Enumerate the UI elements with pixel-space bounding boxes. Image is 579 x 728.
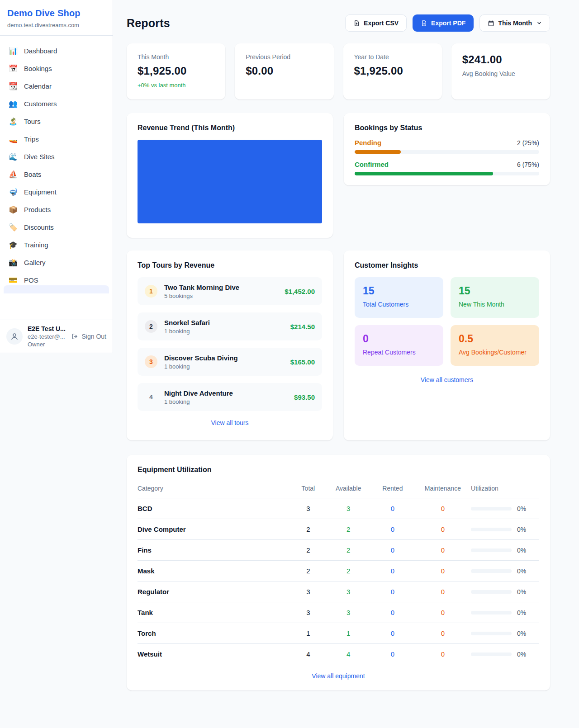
column-header-utilization: Utilization: [471, 482, 539, 498]
sailboat-icon: ⛵: [8, 170, 18, 179]
sidebar-item-training[interactable]: 🎓 Training: [4, 236, 109, 254]
sidebar: Demo Dive Shop demo.test.divestreams.com…: [0, 0, 113, 353]
calendar-icon: [488, 20, 494, 27]
stat-label: Previous Period: [246, 53, 323, 61]
cell-category: Mask: [138, 561, 290, 581]
tours-island-icon: 🏝️: [8, 117, 18, 126]
period-dropdown[interactable]: This Month: [479, 14, 550, 32]
sidebar-item-label: Bookings: [24, 65, 52, 72]
cell-utilization: 0%: [471, 581, 539, 602]
utilization-percent: 0%: [517, 547, 526, 554]
stats-row: This Month $1,925.00 +0% vs last month P…: [127, 43, 550, 99]
tile-avg-bookings-customer: 0.5 Avg Bookings/Customer: [451, 325, 539, 366]
insight-tiles: 15 Total Customers 15 New This Month 0 R…: [355, 277, 539, 366]
tour-row[interactable]: 3 Discover Scuba Diving 1 booking $165.0…: [138, 348, 322, 376]
status-row-pending: Pending 2 (25%): [355, 139, 539, 154]
sidebar-item-trips[interactable]: 🚤 Trips: [4, 130, 109, 148]
tour-bookings: 1 booking: [164, 328, 284, 335]
status-count: 6 (75%): [517, 161, 539, 168]
tour-list: 1 Two Tank Morning Dive 5 bookings $1,45…: [138, 277, 322, 411]
sidebar-item-products[interactable]: 📦 Products: [4, 201, 109, 218]
diving-mask-icon: 🤿: [8, 188, 18, 196]
utilization-bar-track: [471, 632, 512, 635]
cell-available: 2: [326, 540, 370, 561]
cell-maintenance: 0: [415, 623, 471, 644]
sidebar-item-label: Dive Sites: [24, 153, 55, 161]
table-header-row: Category Total Available Rented Maintena…: [138, 482, 539, 498]
cell-available: 2: [326, 519, 370, 540]
customer-insights-title: Customer Insights: [355, 261, 539, 269]
sidebar-item-customers[interactable]: 👥 Customers: [4, 95, 109, 113]
stat-value: $1,925.00: [138, 65, 214, 77]
sidebar-item-label: Trips: [24, 135, 39, 143]
sidebar-item-calendar[interactable]: 📆 Calendar: [4, 77, 109, 95]
cell-maintenance: 0: [415, 519, 471, 540]
cell-maintenance: 0: [415, 602, 471, 623]
tour-bookings: 5 bookings: [164, 293, 278, 299]
sidebar-item-equipment[interactable]: 🤿 Equipment: [4, 183, 109, 201]
rank-badge: 2: [145, 320, 157, 333]
revenue-trend-card: Revenue Trend (This Month): [127, 113, 333, 238]
tile-total-customers: 15 Total Customers: [355, 277, 443, 318]
user-name: E2E Test U...: [28, 325, 66, 332]
sidebar-item-label: Discounts: [24, 223, 54, 231]
tile-label: Repeat Customers: [363, 349, 435, 356]
progress-track: [355, 172, 539, 175]
cell-rented: 0: [370, 540, 415, 561]
view-all-tours-link[interactable]: View all tours: [138, 419, 322, 426]
rank-badge: 4: [145, 391, 157, 403]
sidebar-item-boats[interactable]: ⛵ Boats: [4, 165, 109, 183]
cell-available: 2: [326, 561, 370, 581]
sidebar-item-label: Tours: [24, 118, 41, 125]
utilization-percent: 0%: [517, 567, 526, 575]
sidebar-item-bookings[interactable]: 📅 Bookings: [4, 60, 109, 77]
tile-label: Total Customers: [363, 301, 435, 308]
bookings-calendar-icon: 📅: [8, 64, 18, 73]
tour-row[interactable]: 4 Night Dive Adventure 1 booking $93.50: [138, 383, 322, 411]
sidebar-item-dashboard[interactable]: 📊 Dashboard: [4, 42, 109, 60]
view-all-equipment-link[interactable]: View all equipment: [138, 672, 539, 680]
header-actions: Export CSV Export PDF This Month: [345, 14, 550, 32]
table-row: Wetsuit 4 4 0 0 0%: [138, 644, 539, 665]
cell-rented: 0: [370, 561, 415, 581]
tour-row[interactable]: 2 Snorkel Safari 1 booking $214.50: [138, 312, 322, 340]
sign-out-label: Sign Out: [82, 333, 106, 340]
cell-available: 3: [326, 581, 370, 602]
tag-icon: 🏷️: [8, 223, 18, 232]
status-count: 2 (25%): [517, 139, 539, 147]
revenue-trend-bar: [138, 140, 322, 223]
cell-maintenance: 0: [415, 561, 471, 581]
active-nav-pill-partial[interactable]: [4, 285, 109, 293]
sidebar-item-discounts[interactable]: 🏷️ Discounts: [4, 218, 109, 236]
file-download-icon: [421, 20, 427, 27]
export-csv-button[interactable]: Export CSV: [345, 14, 407, 32]
utilization-bar-track: [471, 548, 512, 552]
column-header-total: Total: [290, 482, 326, 498]
cell-maintenance: 0: [415, 644, 471, 665]
utilization-percent: 0%: [517, 609, 526, 616]
cell-available: 4: [326, 644, 370, 665]
sidebar-item-gallery[interactable]: 📸 Gallery: [4, 254, 109, 271]
sign-out-button[interactable]: Sign Out: [71, 333, 106, 340]
tour-name: Night Dive Adventure: [164, 389, 287, 397]
equipment-table: Category Total Available Rented Maintena…: [138, 482, 539, 664]
export-csv-label: Export CSV: [364, 19, 399, 27]
cell-utilization: 0%: [471, 644, 539, 665]
cell-available: 3: [326, 498, 370, 519]
cell-available: 3: [326, 602, 370, 623]
cell-rented: 0: [370, 498, 415, 519]
sidebar-item-label: Training: [24, 241, 48, 249]
tour-name: Two Tank Morning Dive: [164, 284, 278, 291]
view-all-customers-link[interactable]: View all customers: [355, 376, 539, 383]
export-pdf-button[interactable]: Export PDF: [413, 14, 474, 32]
sidebar-item-dive-sites[interactable]: 🌊 Dive Sites: [4, 148, 109, 165]
utilization-bar-track: [471, 569, 512, 573]
sidebar-item-label: Dashboard: [24, 47, 57, 55]
sidebar-item-tours[interactable]: 🏝️ Tours: [4, 113, 109, 130]
tour-row[interactable]: 1 Two Tank Morning Dive 5 bookings $1,45…: [138, 277, 322, 305]
sidebar-nav: 📊 Dashboard 📅 Bookings 📆 Calendar 👥 Cust…: [0, 36, 113, 289]
cell-maintenance: 0: [415, 498, 471, 519]
revenue-trend-title: Revenue Trend (This Month): [138, 124, 322, 132]
equipment-utilization-card: Equipment Utilization Category Total Ava…: [127, 455, 550, 690]
column-header-available: Available: [326, 482, 370, 498]
